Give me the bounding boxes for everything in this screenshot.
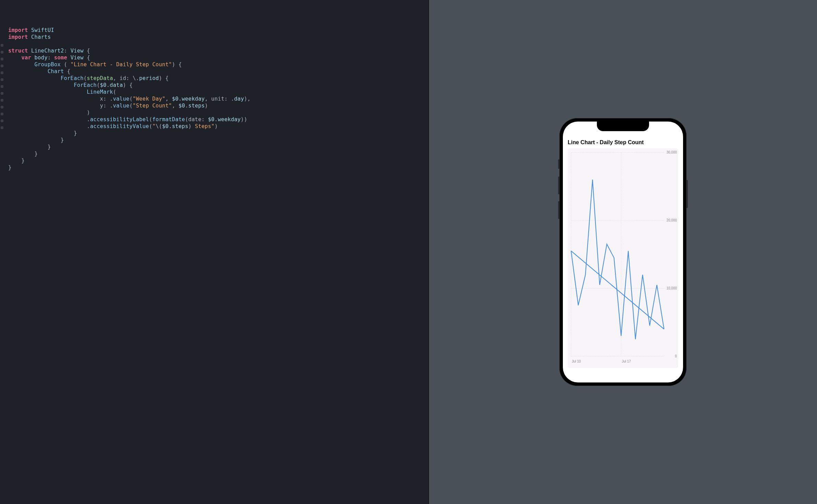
gutter-marker [1, 71, 3, 74]
chart-title: Line Chart - Daily Step Count [568, 139, 678, 146]
gutter-marker [1, 65, 3, 67]
svg-text:Jul 17: Jul 17 [622, 359, 631, 363]
phone-side-buttons [558, 159, 559, 226]
code-text[interactable]: import SwiftUI import Charts struct Line… [6, 0, 251, 504]
svg-text:30,000: 30,000 [667, 150, 677, 154]
code-editor-pane: import SwiftUI import Charts struct Line… [0, 0, 429, 504]
gutter-marker [1, 99, 3, 102]
gutter-marker [1, 126, 3, 129]
svg-text:Jul 10: Jul 10 [572, 359, 581, 363]
phone-frame: Line Chart - Daily Step Count 010,00020,… [559, 118, 686, 386]
gutter-marker [1, 44, 3, 47]
gutter-marker [1, 119, 3, 122]
gutter-marker [1, 58, 3, 60]
phone-notch [597, 122, 649, 131]
editor-gutter [0, 0, 6, 504]
gutter-marker [1, 92, 3, 95]
gutter-marker [1, 85, 3, 88]
gutter-marker [1, 78, 3, 81]
svg-text:10,000: 10,000 [667, 286, 677, 290]
preview-pane: Line Chart - Daily Step Count 010,00020,… [429, 0, 817, 504]
phone-power-button [686, 180, 688, 208]
phone-mute-switch [558, 159, 559, 169]
gutter-marker [1, 113, 3, 115]
svg-text:0: 0 [675, 354, 677, 358]
phone-volume-down [558, 201, 559, 219]
phone-volume-up [558, 176, 559, 194]
svg-text:20,000: 20,000 [667, 218, 677, 222]
gutter-marker [1, 106, 3, 108]
phone-screen: Line Chart - Daily Step Count 010,00020,… [563, 122, 683, 382]
gutter-marker [1, 51, 3, 54]
app-content: Line Chart - Daily Step Count 010,00020,… [563, 122, 683, 368]
line-chart: 010,00020,00030,000Jul 10Jul 17 [570, 150, 678, 366]
chart-container: 010,00020,00030,000Jul 10Jul 17 [568, 148, 678, 368]
